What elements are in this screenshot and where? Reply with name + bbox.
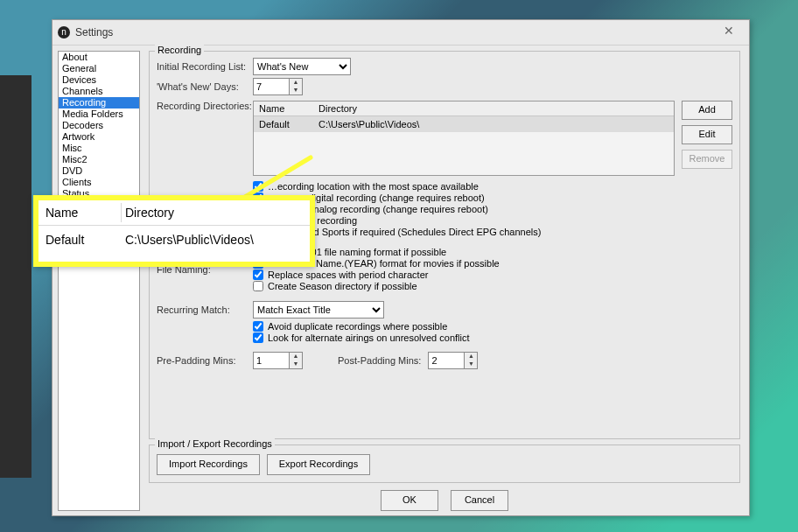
close-icon[interactable]: ✕: [714, 24, 744, 41]
recording-directories-label: Recording Directories:: [157, 101, 253, 111]
zoom-callout: Name Directory Default C:\Users\Public\V…: [33, 195, 315, 267]
pre-padding-spinner[interactable]: ▲▼: [253, 352, 303, 369]
opt-analog-process[interactable]: …rocess analog recording (change require…: [253, 204, 732, 214]
export-recordings-button[interactable]: Export Recordings: [267, 454, 370, 475]
remove-button[interactable]: Remove: [682, 150, 732, 169]
sidebar-item-dvd[interactable]: DVD: [59, 165, 139, 177]
spinner-arrows[interactable]: ▲▼: [289, 78, 303, 95]
fn-replace-spaces[interactable]: Replace spaces with period character: [253, 270, 500, 280]
edit-button[interactable]: Edit: [682, 125, 732, 144]
background-strip: [0, 75, 32, 478]
sidebar-item-about[interactable]: About: [59, 52, 139, 63]
rm-alternate-airings[interactable]: Look for alternate airings on unresolved…: [253, 332, 732, 343]
pre-padding-label: Pre-Padding Mins:: [157, 355, 253, 366]
sidebar-item-clients[interactable]: Clients: [59, 177, 139, 188]
post-padding-label: Post-Padding Mins:: [338, 355, 421, 366]
chevron-down-icon[interactable]: ▼: [465, 360, 477, 368]
pre-padding-input[interactable]: [253, 352, 289, 369]
opt-auto-extend-sports[interactable]: Auto extend Sports if required (Schedule…: [253, 227, 732, 237]
row-name-cell: Default: [254, 116, 313, 132]
col-directory-header: Directory: [313, 102, 674, 116]
recording-directories-table[interactable]: Name Directory Default C:\Users\Public\V…: [253, 101, 675, 176]
sidebar-item-artwork[interactable]: Artwork: [59, 131, 139, 143]
recording-group-label: Recording: [155, 45, 204, 55]
callout-row: Default C:\Users\Public\Videos\: [38, 226, 310, 254]
chevron-up-icon[interactable]: ▲: [290, 353, 302, 360]
titlebar: n Settings ✕: [52, 20, 749, 46]
opt-most-space[interactable]: …ecording location with the most space a…: [253, 181, 732, 192]
chevron-up-icon[interactable]: ▲: [465, 353, 477, 360]
initial-recording-list-label: Initial Recording List:: [157, 61, 253, 72]
row-dir-cell: C:\Users\Public\Videos\: [313, 116, 674, 132]
category-sidebar[interactable]: AboutGeneralDevicesChannelsRecordingMedi…: [58, 51, 140, 511]
import-recordings-button[interactable]: Import Recordings: [157, 454, 260, 475]
recurring-match-select[interactable]: Match Exact Title: [253, 301, 384, 318]
callout-header: Name Directory: [38, 200, 310, 226]
sidebar-item-misc2[interactable]: Misc2: [59, 154, 139, 165]
chevron-up-icon[interactable]: ▲: [290, 79, 302, 87]
callout-col-name: Name: [38, 206, 121, 220]
sidebar-item-misc[interactable]: Misc: [59, 143, 139, 154]
whats-new-days-input[interactable]: [253, 78, 289, 95]
sidebar-item-recording[interactable]: Recording: [59, 97, 139, 108]
callout-row-name: Default: [38, 233, 121, 247]
whats-new-days-label: 'What's New' Days:: [157, 81, 253, 92]
ok-button[interactable]: OK: [381, 490, 438, 511]
table-header: Name Directory: [254, 102, 674, 116]
sidebar-item-channels[interactable]: Channels: [59, 86, 139, 97]
sidebar-item-devices[interactable]: Devices: [59, 74, 139, 86]
callout-col-directory: Directory: [122, 206, 310, 220]
whats-new-days-spinner[interactable]: ▲▼: [253, 78, 303, 95]
add-button[interactable]: Add: [682, 101, 732, 120]
import-export-group: Import / Export Recordings Import Record…: [149, 444, 740, 483]
window-title: Settings: [75, 26, 714, 38]
col-name-header: Name: [254, 102, 313, 116]
opt-digital-process[interactable]: …rocess digital recording (change requir…: [253, 192, 732, 203]
sidebar-item-general[interactable]: General: [59, 63, 139, 74]
cancel-button[interactable]: Cancel: [451, 490, 508, 511]
settings-dialog: n Settings ✕ AboutGeneralDevicesChannels…: [52, 19, 750, 516]
sidebar-item-decoders[interactable]: Decoders: [59, 120, 139, 131]
chevron-down-icon[interactable]: ▼: [290, 87, 302, 94]
opt-shutdown[interactable]: …wn while recording: [253, 215, 732, 226]
post-padding-input[interactable]: [428, 352, 464, 369]
main-panel: Recording Initial Recording List: What's…: [140, 46, 749, 516]
sidebar-item-media-folders[interactable]: Media Folders: [59, 108, 139, 120]
post-padding-spinner[interactable]: ▲▼: [428, 352, 478, 369]
import-export-label: Import / Export Recordings: [155, 438, 275, 449]
initial-recording-list-select[interactable]: What's New: [253, 58, 351, 75]
callout-row-dir: C:\Users\Public\Videos\: [122, 233, 310, 247]
recurring-match-label: Recurring Match:: [157, 304, 253, 315]
fn-season-dir[interactable]: Create Season directory if possible: [253, 281, 500, 291]
chevron-down-icon[interactable]: ▼: [290, 360, 302, 368]
table-row[interactable]: Default C:\Users\Public\Videos\: [254, 116, 674, 132]
rm-avoid-duplicates[interactable]: Avoid duplicate recordings where possibl…: [253, 321, 732, 332]
app-icon: n: [58, 26, 70, 38]
